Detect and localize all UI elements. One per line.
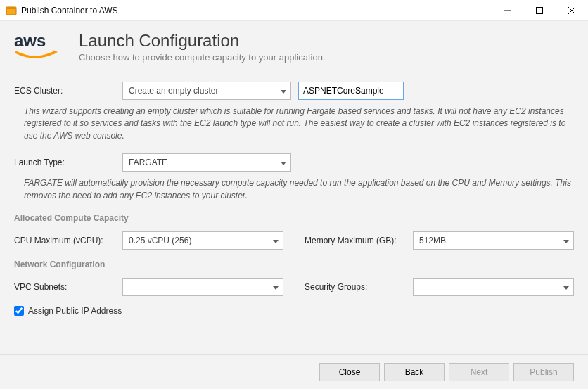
- svg-rect-1: [6, 7, 16, 9]
- vpc-subnets-combo[interactable]: [122, 278, 283, 296]
- chevron-down-icon: [281, 86, 286, 96]
- security-groups-combo[interactable]: [413, 278, 574, 296]
- launch-type-help: FARGATE will automatically provision the…: [14, 172, 574, 203]
- assign-ip-row: Assign Public IP Address: [14, 306, 574, 316]
- vpc-subnets-label: VPC Subnets:: [14, 282, 115, 292]
- launch-type-row: Launch Type: FARGATE: [14, 153, 574, 172]
- launch-type-combo[interactable]: FARGATE: [122, 153, 291, 172]
- chevron-down-icon: [273, 236, 279, 245]
- mem-max-combo[interactable]: 512MB: [413, 231, 574, 250]
- assign-ip-checkbox[interactable]: [14, 306, 24, 316]
- assign-ip-label: Assign Public IP Address: [28, 306, 122, 316]
- page-subtitle: Choose how to provide compute capacity t…: [79, 52, 325, 63]
- compute-row: CPU Maximum (vCPU): 0.25 vCPU (256) Memo…: [14, 231, 574, 250]
- ecs-cluster-row: ECS Cluster: Create an empty cluster: [14, 82, 574, 100]
- close-window-button[interactable]: [556, 0, 588, 21]
- mem-max-label: Memory Maximum (GB):: [305, 236, 406, 245]
- cpu-max-combo[interactable]: 0.25 vCPU (256): [122, 231, 283, 250]
- cpu-max-label: CPU Maximum (vCPU):: [14, 236, 115, 245]
- aws-logo: aws: [14, 31, 69, 65]
- chevron-down-icon: [563, 282, 569, 292]
- minimize-button[interactable]: [491, 0, 523, 21]
- network-section-header: Network Configuration: [14, 260, 574, 269]
- cluster-name-input[interactable]: [298, 82, 404, 100]
- chevron-down-icon: [563, 236, 569, 245]
- launch-type-label: Launch Type:: [14, 158, 115, 167]
- chevron-down-icon: [273, 282, 279, 292]
- close-button[interactable]: Close: [319, 363, 380, 381]
- ecs-cluster-value: Create an empty cluster: [129, 86, 218, 96]
- ecs-cluster-help: This wizard supports creating an empty c…: [14, 100, 574, 144]
- compute-section-header: Allocated Compute Capacity: [14, 213, 574, 223]
- publish-button[interactable]: Publish: [513, 363, 574, 381]
- network-row: VPC Subnets: Security Groups:: [14, 278, 574, 296]
- next-button[interactable]: Next: [449, 363, 509, 381]
- window-title: Publish Container to AWS: [21, 6, 491, 15]
- titlebar: Publish Container to AWS: [0, 0, 588, 21]
- back-button[interactable]: Back: [384, 363, 445, 381]
- security-groups-label: Security Groups:: [305, 282, 406, 292]
- mem-max-value: 512MB: [419, 236, 446, 245]
- page-title: Launch Configuration: [79, 31, 325, 51]
- app-icon: [6, 5, 17, 16]
- chevron-down-icon: [281, 158, 286, 167]
- cpu-max-value: 0.25 vCPU (256): [129, 236, 191, 245]
- launch-type-value: FARGATE: [129, 158, 167, 167]
- page-header: aws Launch Configuration Choose how to p…: [14, 21, 574, 72]
- footer: Close Back Next Publish: [0, 354, 588, 389]
- ecs-cluster-label: ECS Cluster:: [14, 86, 115, 96]
- maximize-button[interactable]: [523, 0, 556, 21]
- ecs-cluster-combo[interactable]: Create an empty cluster: [122, 82, 291, 100]
- svg-rect-3: [537, 7, 543, 13]
- svg-text:aws: aws: [14, 31, 46, 50]
- main-content: aws Launch Configuration Choose how to p…: [0, 21, 588, 354]
